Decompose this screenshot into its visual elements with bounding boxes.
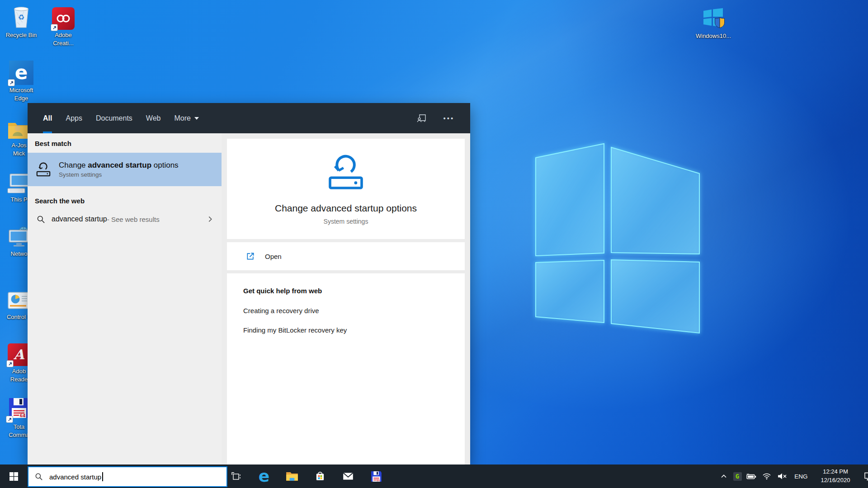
feedback-button[interactable]: [414, 111, 429, 126]
desktop-icon-label: Windows10...: [696, 32, 731, 40]
search-input-value: advanced startup: [49, 473, 101, 481]
tray-wifi[interactable]: [760, 465, 774, 488]
preview-hero: Change advanced startup options System s…: [227, 139, 465, 239]
desktop: ♻ Recycle Bin Adobe Creati... e: [0, 0, 868, 488]
best-match-result[interactable]: Change advanced startup options System s…: [28, 153, 222, 186]
search-icon: [37, 215, 45, 224]
tray-greenshot[interactable]: G: [731, 465, 744, 488]
task-view-icon: [231, 471, 241, 482]
desktop-icon-label: Comma: [9, 431, 29, 439]
action-center-icon: [863, 471, 868, 481]
desktop-icon-label: Tota: [14, 423, 25, 431]
svg-text:64: 64: [377, 479, 380, 481]
windows10-setup-icon: [700, 5, 727, 31]
volume-muted-icon: [777, 473, 787, 480]
advanced-startup-icon-large: [327, 153, 365, 193]
total-commander-icon: 64: [370, 470, 382, 483]
file-explorer-icon: [285, 470, 299, 482]
best-match-title: Change advanced startup options: [59, 161, 179, 170]
shortcut-arrow-badge: [8, 80, 14, 86]
tray-date: 12/16/2020: [821, 476, 850, 485]
desktop-icon-recycle-bin[interactable]: ♻ Recycle Bin: [4, 4, 39, 39]
adobe-creative-cloud-icon: [52, 4, 75, 30]
tab-web-label: Web: [146, 114, 161, 122]
search-web-header: Search the web: [35, 197, 222, 205]
result-preview-pane: Change advanced startup options System s…: [222, 133, 470, 465]
results-list: Best match Change advanced startup optio…: [28, 133, 222, 465]
edge-icon: e: [259, 468, 269, 484]
more-options-ellipsis-icon: •••: [443, 114, 455, 122]
web-search-suggestion[interactable]: advanced startup - See web results: [28, 207, 222, 231]
desktop-icon-label: Edge: [14, 94, 28, 103]
open-external-icon: [246, 252, 255, 261]
language-label: ENG: [794, 473, 807, 480]
taskbar-total-commander-button[interactable]: 64: [365, 465, 387, 488]
web-suggestion-suffix: - See web results: [107, 216, 160, 223]
help-link-recovery-drive[interactable]: Creating a recovery drive: [243, 307, 465, 314]
desktop-icon-windows10-setup[interactable]: Windows10...: [693, 5, 733, 40]
wifi-icon: [762, 473, 771, 480]
shortcut-arrow-badge: [7, 361, 13, 367]
taskbar: advanced startup e: [0, 465, 868, 488]
start-button[interactable]: [0, 465, 27, 488]
search-flyout-header: All Apps Documents Web More: [28, 103, 470, 133]
taskbar-search-input[interactable]: advanced startup: [28, 466, 227, 487]
desktop-icon-label: Recycle Bin: [6, 31, 37, 39]
best-match-header: Best match: [35, 140, 222, 147]
search-flyout: All Apps Documents Web More: [28, 103, 470, 465]
desktop-icon-label: Mick: [13, 150, 25, 158]
hidden-icons-button[interactable]: [717, 465, 731, 488]
tab-apps[interactable]: Apps: [66, 103, 82, 133]
open-label: Open: [265, 253, 282, 260]
tab-apps-label: Apps: [66, 114, 82, 122]
store-icon: [314, 470, 326, 482]
tab-web[interactable]: Web: [146, 103, 161, 133]
quick-help-section: Get quick help from web Creating a recov…: [227, 273, 465, 465]
desktop-icon-label: A-Jos: [11, 141, 26, 150]
action-center-button[interactable]: [859, 465, 868, 488]
taskbar-file-explorer-button[interactable]: [281, 465, 303, 488]
best-match-subtitle: System settings: [59, 171, 179, 178]
preview-subtitle: System settings: [324, 218, 368, 225]
tab-more[interactable]: More: [174, 103, 198, 133]
chevron-down-icon: [194, 117, 199, 120]
svg-text:♻: ♻: [18, 13, 25, 22]
windows-logo-wallpaper: [520, 127, 719, 343]
quick-help-header: Get quick help from web: [243, 287, 465, 295]
desktop-icon-adobe-creative-cloud[interactable]: Adobe Creati...: [46, 4, 81, 47]
desktop-icon-label: Adobe: [55, 31, 72, 39]
feedback-icon: [416, 113, 427, 124]
tray-volume[interactable]: [774, 465, 790, 488]
more-options-button[interactable]: •••: [441, 111, 457, 126]
tab-all[interactable]: All: [43, 103, 52, 133]
tray-time: 12:24 PM: [821, 468, 850, 476]
system-tray: G: [717, 465, 868, 488]
open-action[interactable]: Open: [227, 242, 465, 270]
help-link-bitlocker-key[interactable]: Finding my BitLocker recovery key: [243, 326, 465, 334]
tray-clock[interactable]: 12:24 PM 12/16/2020: [812, 465, 859, 488]
taskbar-edge-button[interactable]: e: [253, 465, 275, 488]
greenshot-icon: G: [733, 472, 742, 481]
task-view-button[interactable]: [225, 465, 247, 488]
desktop-icon-label: Adob: [12, 367, 26, 375]
taskbar-store-button[interactable]: [309, 465, 331, 488]
desktop-icon-label: Creati...: [53, 39, 74, 47]
web-suggestion-query: advanced startup: [52, 215, 107, 223]
shortcut-arrow-badge: [51, 24, 57, 31]
desktop-icon-label: Microsoft: [9, 86, 33, 94]
tray-language[interactable]: ENG: [790, 465, 812, 488]
taskbar-mail-button[interactable]: [337, 465, 359, 488]
tab-documents[interactable]: Documents: [96, 103, 132, 133]
desktop-icon-label: This P: [11, 196, 28, 204]
recycle-bin-icon: ♻: [11, 4, 32, 30]
text-cursor: [102, 472, 103, 481]
tab-more-label: More: [174, 114, 190, 122]
shortcut-arrow-badge: [6, 416, 13, 422]
hidden-icons-chevron-icon: [721, 474, 727, 479]
chevron-right-icon[interactable]: [206, 215, 214, 223]
tab-all-label: All: [43, 114, 52, 122]
desktop-icon-microsoft-edge[interactable]: e Microsoft Edge: [4, 59, 39, 102]
tray-battery[interactable]: [744, 465, 760, 488]
desktop-icon-label: Netwo: [11, 250, 28, 258]
advanced-startup-icon: [36, 162, 51, 177]
